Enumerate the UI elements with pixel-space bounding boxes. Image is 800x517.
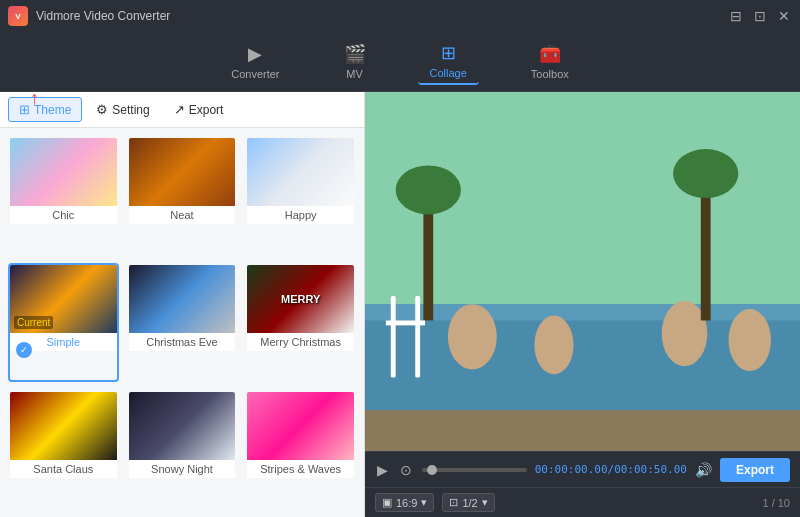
theme-chic-thumb	[10, 138, 117, 206]
play-button[interactable]: ▶	[375, 460, 390, 480]
video-controls: ▶ ⊙ 00:00:00.00/00:00:50.00 🔊 Export	[365, 451, 800, 487]
svg-point-15	[396, 165, 461, 214]
theme-santa-thumb	[10, 392, 117, 460]
ratio-value: 16:9	[396, 497, 417, 509]
theme-snowy[interactable]: Snowy Night	[127, 390, 238, 509]
theme-stripes-thumb	[247, 392, 354, 460]
mv-icon: 🎬	[344, 43, 366, 65]
titlebar: V Vidmore Video Converter ⊟ ⊡ ✕	[0, 0, 800, 32]
nav-collage[interactable]: ⊞ Collage	[418, 38, 479, 85]
page-arrow: ▾	[482, 496, 488, 509]
page-value: 1/2	[462, 497, 477, 509]
theme-merry-christmas[interactable]: MERRY Merry Christmas	[245, 263, 356, 382]
svg-rect-13	[365, 410, 800, 451]
ratio-arrow: ▾	[421, 496, 427, 509]
svg-point-11	[662, 301, 708, 366]
video-frame	[365, 92, 800, 451]
time-display: 00:00:00.00/00:00:50.00	[535, 463, 687, 476]
theme-happy-label: Happy	[247, 206, 354, 224]
theme-santa[interactable]: Santa Claus	[8, 390, 119, 509]
theme-chic-label: Chic	[10, 206, 117, 224]
theme-stripes[interactable]: Stripes & Waves	[245, 390, 356, 509]
theme-label: Theme	[34, 103, 71, 117]
svg-point-17	[673, 149, 738, 198]
toolbox-icon: 🧰	[539, 43, 561, 65]
theme-merry-christmas-label: Merry Christmas	[247, 333, 354, 351]
theme-snowy-label: Snowy Night	[129, 460, 236, 478]
logo-text: V	[15, 12, 20, 21]
theme-current-thumb: Current	[10, 265, 117, 333]
svg-point-10	[534, 316, 573, 375]
svg-rect-18	[391, 296, 396, 378]
video-preview	[365, 92, 800, 451]
app-logo: V	[8, 6, 28, 26]
export-button[interactable]: Export	[720, 458, 790, 482]
theme-icon: ⊞	[19, 102, 30, 117]
nav-converter[interactable]: ▶ Converter	[219, 39, 291, 84]
theme-santa-label: Santa Claus	[10, 460, 117, 478]
svg-rect-19	[415, 296, 420, 378]
nav-mv-label: MV	[346, 68, 363, 80]
format-controls: ▣ 16:9 ▾ ⊡ 1/2 ▾ 1 / 10	[365, 487, 800, 517]
maximize-button[interactable]: ⊡	[752, 8, 768, 24]
theme-stripes-label: Stripes & Waves	[247, 460, 354, 478]
theme-current[interactable]: Current ✓ Simple	[8, 263, 119, 382]
theme-merry-christmas-thumb: MERRY	[247, 265, 354, 333]
theme-neat-label: Neat	[129, 206, 236, 224]
main-nav: ▶ Converter 🎬 MV ⊞ Collage 🧰 Toolbox	[0, 32, 800, 92]
content-area: ↑ ⊞ Theme ⚙ Setting ↗ Export Chic	[0, 92, 800, 517]
current-badge: Current	[14, 316, 53, 329]
theme-happy[interactable]: Happy	[245, 136, 356, 255]
progress-dot	[427, 465, 437, 475]
theme-neat-thumb	[129, 138, 236, 206]
theme-neat[interactable]: Neat	[127, 136, 238, 255]
ratio-icon: ▣	[382, 496, 392, 509]
setting-icon: ⚙	[96, 102, 108, 117]
volume-icon[interactable]: 🔊	[695, 462, 712, 478]
theme-snowy-thumb	[129, 392, 236, 460]
theme-christmas-eve-label: Christmas Eve	[129, 333, 236, 351]
theme-christmas-eve[interactable]: Christmas Eve	[127, 263, 238, 382]
app-title: Vidmore Video Converter	[36, 9, 728, 23]
export-icon: ↗	[174, 102, 185, 117]
nav-converter-label: Converter	[231, 68, 279, 80]
page-select[interactable]: ⊡ 1/2 ▾	[442, 493, 494, 512]
svg-point-12	[729, 309, 771, 371]
collage-icon: ⊞	[441, 42, 456, 64]
minimize-button[interactable]: ⊟	[728, 8, 744, 24]
stop-button[interactable]: ⊙	[398, 460, 414, 480]
nav-collage-label: Collage	[430, 67, 467, 79]
left-panel: ↑ ⊞ Theme ⚙ Setting ↗ Export Chic	[0, 92, 365, 517]
svg-point-9	[448, 304, 497, 369]
setting-button[interactable]: ⚙ Setting	[86, 98, 159, 121]
close-button[interactable]: ✕	[776, 8, 792, 24]
selected-checkmark: ✓	[16, 342, 32, 358]
page-count: 1 / 10	[762, 497, 790, 509]
window-controls: ⊟ ⊡ ✕	[728, 8, 792, 24]
sub-toolbar: ⊞ Theme ⚙ Setting ↗ Export	[0, 92, 364, 128]
nav-mv[interactable]: 🎬 MV	[332, 39, 378, 84]
theme-happy-thumb	[247, 138, 354, 206]
export-sub-label: Export	[189, 103, 224, 117]
arrow-indicator: ↑	[30, 88, 39, 109]
svg-rect-20	[386, 320, 425, 325]
theme-button[interactable]: ⊞ Theme	[8, 97, 82, 122]
scene-svg	[365, 92, 800, 451]
right-panel: ▶ ⊙ 00:00:00.00/00:00:50.00 🔊 Export ▣ 1…	[365, 92, 800, 517]
setting-label: Setting	[112, 103, 149, 117]
export-subtoolbar-button[interactable]: ↗ Export	[164, 98, 234, 121]
theme-chic[interactable]: Chic	[8, 136, 119, 255]
theme-grid: Chic Neat Happy Current ✓ Simple	[0, 128, 364, 517]
converter-icon: ▶	[248, 43, 262, 65]
ratio-select[interactable]: ▣ 16:9 ▾	[375, 493, 434, 512]
page-icon: ⊡	[449, 496, 458, 509]
theme-christmas-eve-thumb	[129, 265, 236, 333]
nav-toolbox[interactable]: 🧰 Toolbox	[519, 39, 581, 84]
nav-toolbox-label: Toolbox	[531, 68, 569, 80]
progress-bar[interactable]	[422, 468, 527, 472]
